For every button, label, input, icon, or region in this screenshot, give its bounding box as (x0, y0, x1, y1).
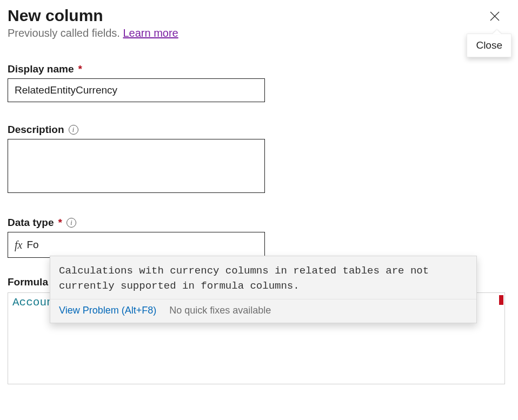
required-asterisk: * (58, 217, 62, 229)
new-column-panel: New column Previously called fields. Lea… (0, 0, 518, 384)
description-label: Description i (8, 124, 510, 136)
display-name-label-text: Display name (8, 63, 74, 75)
display-name-field: Display name * (8, 63, 510, 102)
error-actions-row: View Problem (Alt+F8) No quick fixes ava… (50, 299, 476, 323)
data-type-label: Data type * i (8, 217, 510, 229)
fx-icon: fx (15, 239, 22, 251)
display-name-label: Display name * (8, 63, 510, 75)
no-fixes-text: No quick fixes available (169, 305, 271, 316)
overview-ruler-error-marker (499, 295, 503, 305)
error-message: Calculations with currency columns in re… (50, 256, 476, 299)
info-icon[interactable]: i (67, 218, 76, 228)
required-asterisk: * (78, 63, 82, 75)
close-tooltip: Close (467, 34, 512, 57)
data-type-select[interactable]: fx Fo (8, 232, 265, 258)
data-type-selected-text: Fo (26, 239, 38, 251)
close-icon (489, 10, 501, 22)
subtitle: Previously called fields. Learn more (8, 27, 510, 39)
description-field: Description i (8, 124, 510, 195)
display-name-input[interactable] (8, 78, 265, 102)
page-title: New column (8, 6, 510, 25)
description-input[interactable] (8, 139, 265, 193)
subtitle-text: Previously called fields. (8, 27, 123, 39)
description-label-text: Description (8, 124, 64, 136)
close-button[interactable] (487, 8, 503, 27)
error-hover-box: Calculations with currency columns in re… (50, 256, 477, 323)
info-icon[interactable]: i (69, 125, 78, 135)
learn-more-link[interactable]: Learn more (123, 27, 178, 39)
view-problem-link[interactable]: View Problem (Alt+F8) (59, 305, 156, 316)
data-type-label-text: Data type (8, 217, 54, 229)
data-type-field: Data type * i fx Fo (8, 217, 510, 258)
